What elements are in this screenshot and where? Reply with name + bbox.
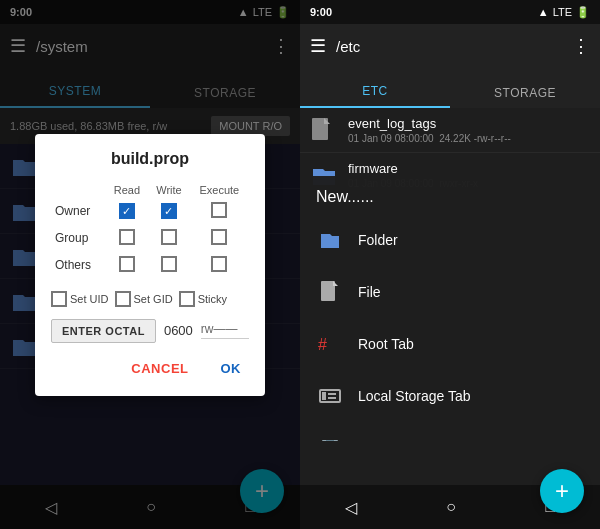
file-icon	[316, 278, 344, 306]
right-panel: 9:00 ▲ LTE 🔋 ☰ /etc ⋮ ETC STORAGE event_…	[300, 0, 600, 529]
right-battery-icon: 🔋	[576, 6, 590, 19]
permissions-grid: Read Write Execute Owner ✓ ✓ Group	[51, 182, 249, 279]
right-lte-icon: LTE	[553, 6, 572, 18]
dropdown-header: New......	[300, 176, 600, 214]
perm-header-execute: Execute	[190, 182, 249, 198]
right-back-button[interactable]: ◁	[345, 498, 357, 517]
right-tabs-bar: ETC STORAGE	[300, 68, 600, 108]
file-item[interactable]: File	[300, 266, 600, 318]
permissions-dialog: build.prop Read Write Execute Owner ✓ ✓	[35, 134, 265, 396]
perm-header-write: Write	[148, 182, 190, 198]
perm-row-owner: Owner ✓ ✓	[51, 198, 249, 225]
octal-row: ENTER OCTAL 0600 rw——	[51, 319, 249, 343]
perm-header-empty	[51, 182, 106, 198]
right-time: 9:00	[310, 6, 332, 18]
sticky-checkbox[interactable]	[179, 291, 195, 307]
list-item[interactable]: event_log_tags 01 Jan 09 08:00:00 24.22K…	[300, 108, 600, 153]
perm-header-read: Read	[106, 182, 149, 198]
octal-value: 0600	[164, 323, 193, 338]
right-menu-icon[interactable]: ☰	[310, 35, 326, 57]
others-read-checkbox[interactable]	[119, 256, 135, 272]
right-more-icon[interactable]: ⋮	[572, 35, 590, 57]
root-tab-item[interactable]: # Root Tab	[300, 318, 600, 370]
file-meta: 01 Jan 09 08:00:00 24.22K -rw-r--r--	[348, 133, 590, 144]
svg-rect-1	[321, 281, 335, 301]
sd-card-icon	[316, 434, 344, 441]
left-panel: 9:00 ▲ LTE 🔋 ☰ /system ⋮ SYSTEM STORAGE …	[0, 0, 300, 529]
right-home-button[interactable]: ○	[446, 498, 456, 516]
external-sd-item[interactable]: External SD Card Tab	[300, 422, 600, 441]
local-storage-label: Local Storage Tab	[358, 388, 471, 404]
perm-row-group: Group	[51, 225, 249, 252]
set-gid-checkbox[interactable]	[115, 291, 131, 307]
perm-row-others: Others	[51, 252, 249, 279]
right-file-list: event_log_tags 01 Jan 09 08:00:00 24.22K…	[300, 108, 600, 485]
owner-execute-checkbox[interactable]	[211, 202, 227, 218]
svg-rect-6	[328, 397, 336, 399]
svg-rect-4	[322, 392, 326, 400]
cancel-button[interactable]: CANCEL	[123, 357, 196, 380]
folder-label: Folder	[358, 232, 398, 248]
svg-rect-5	[328, 393, 336, 395]
root-icon: #	[316, 330, 344, 358]
sticky-label: Sticky	[198, 293, 227, 305]
dialog-title: build.prop	[51, 150, 249, 168]
group-execute-checkbox[interactable]	[211, 229, 227, 245]
right-tab-storage[interactable]: STORAGE	[450, 76, 600, 108]
right-path: /etc	[336, 38, 562, 55]
others-write-checkbox[interactable]	[161, 256, 177, 272]
file-name: firmware	[348, 161, 590, 176]
uid-row: Set UID Set GID Sticky	[51, 291, 249, 307]
root-tab-label: Root Tab	[358, 336, 414, 352]
folder-item[interactable]: Folder	[300, 214, 600, 266]
others-execute-checkbox[interactable]	[211, 256, 227, 272]
group-read-checkbox[interactable]	[119, 229, 135, 245]
right-status-bar: 9:00 ▲ LTE 🔋	[300, 0, 600, 24]
octal-rw: rw——	[201, 322, 249, 339]
local-storage-icon	[316, 382, 344, 410]
dialog-overlay: build.prop Read Write Execute Owner ✓ ✓	[0, 0, 300, 529]
file-doc-icon	[310, 116, 338, 144]
set-gid-item: Set GID	[115, 291, 173, 307]
owner-write-checkbox[interactable]: ✓	[161, 203, 177, 219]
svg-text:#: #	[318, 336, 327, 353]
right-toolbar: ☰ /etc ⋮	[300, 24, 600, 68]
right-fab[interactable]: +	[540, 469, 584, 513]
set-gid-label: Set GID	[134, 293, 173, 305]
right-signal-icon: ▲	[538, 6, 549, 18]
set-uid-item: Set UID	[51, 291, 109, 307]
perm-label-group: Group	[51, 225, 106, 252]
group-write-checkbox[interactable]	[161, 229, 177, 245]
ok-button[interactable]: OK	[213, 357, 250, 380]
dialog-actions: CANCEL OK	[51, 357, 249, 380]
right-tab-etc[interactable]: ETC	[300, 74, 450, 108]
file-name: event_log_tags	[348, 116, 590, 131]
set-uid-checkbox[interactable]	[51, 291, 67, 307]
external-sd-label: External SD Card Tab	[358, 440, 493, 441]
sticky-item: Sticky	[179, 291, 227, 307]
file-label: File	[358, 284, 381, 300]
owner-read-checkbox[interactable]: ✓	[119, 203, 135, 219]
local-storage-tab-item[interactable]: Local Storage Tab	[300, 370, 600, 422]
right-status-icons: ▲ LTE 🔋	[538, 6, 590, 19]
perm-label-others: Others	[51, 252, 106, 279]
enter-octal-button[interactable]: ENTER OCTAL	[51, 319, 156, 343]
set-uid-label: Set UID	[70, 293, 109, 305]
folder-icon	[316, 226, 344, 254]
new-dropdown: New...... Folder File #	[300, 176, 600, 441]
perm-label-owner: Owner	[51, 198, 106, 225]
